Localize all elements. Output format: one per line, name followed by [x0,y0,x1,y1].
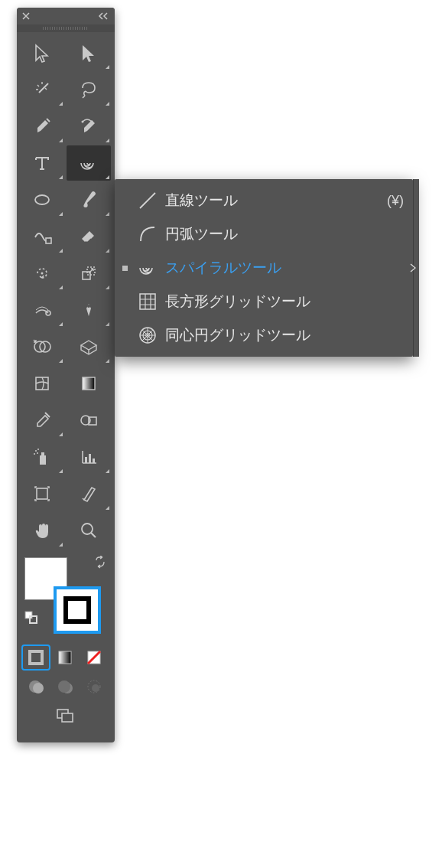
flyout-indicator-icon [59,249,63,253]
shaper-tool[interactable] [20,219,64,254]
symbol-sprayer-tool[interactable] [20,439,64,475]
gradient-tool[interactable] [67,366,111,401]
submenu-arrow-icon [410,259,416,276]
scale-tool[interactable] [67,256,111,291]
flyout-indicator-icon [59,175,63,179]
svg-point-7 [33,683,44,693]
tools-panel [17,8,115,742]
tools-grid [17,32,115,551]
draw-normal[interactable] [23,675,49,698]
flyout-indicator-icon [106,469,109,473]
arc-icon [135,224,161,245]
color-mode-gradient[interactable] [52,646,78,669]
flyout-indicator-icon [106,249,109,253]
line-tool-flyout: 直線ツール(¥)円弧ツールスパイラルツール長方形グリッドツール同心円グリッドツー… [115,179,413,357]
flyout-indicator-icon [106,212,109,216]
close-icon[interactable] [21,11,31,21]
line-segment-tool[interactable] [67,145,111,181]
flyout-item-label: 直線ツール [165,191,387,210]
direct-selection-tool[interactable] [67,35,111,70]
flyout-indicator-icon [106,506,109,510]
flyout-item-spiral[interactable]: スパイラルツール [115,251,413,285]
selection-tool[interactable] [20,35,64,70]
curvature-pen-tool[interactable] [67,109,111,144]
eraser-tool[interactable] [67,219,111,254]
panel-grip[interactable] [17,24,115,32]
slice-tool[interactable] [67,476,111,511]
magic-wand-tool[interactable] [20,72,64,107]
draw-behind[interactable] [52,675,78,698]
flyout-item-line[interactable]: 直線ツール(¥) [115,184,413,217]
flyout-indicator-icon [59,432,63,436]
flyout-item-label: 同心円グリッドツール [165,325,404,345]
free-transform-tool[interactable] [67,292,111,328]
spiral-icon [135,257,161,279]
draw-inside[interactable] [81,675,107,698]
mesh-tool[interactable] [20,366,64,401]
selected-indicator-icon [119,266,130,271]
flyout-indicator-icon [59,212,63,216]
width-tool[interactable] [20,292,64,328]
flyout-item-shortcut: (¥) [387,193,404,209]
artboard-tool[interactable] [20,476,64,511]
flyout-indicator-icon [106,175,109,179]
flyout-item-polar-grid[interactable]: 同心円グリッドツール [115,318,413,352]
collapse-icon[interactable] [98,11,110,21]
svg-rect-3 [59,651,71,664]
flyout-indicator-icon [59,543,63,547]
flyout-indicator-icon [106,322,109,326]
pen-tool[interactable] [20,109,64,144]
flyout-item-label: スパイラルツール [165,258,404,278]
flyout-indicator-icon [106,139,109,142]
flyout-indicator-icon [59,139,63,142]
paintbrush-tool[interactable] [67,182,111,217]
panel-titlebar[interactable] [17,8,115,24]
draw-mode-row [17,672,115,701]
polar-grid-icon [135,325,161,346]
flyout-indicator-icon [59,102,63,106]
lasso-tool[interactable] [67,72,111,107]
rotate-tool[interactable] [20,256,64,291]
edit-toolbar-button[interactable] [17,727,115,736]
flyout-indicator-icon [106,286,109,289]
rect-grid-icon [135,291,161,312]
flyout-item-rect-grid[interactable]: 長方形グリッドツール [115,285,413,318]
flyout-indicator-icon [59,286,63,289]
blend-tool[interactable] [67,403,111,438]
zoom-tool[interactable] [67,513,111,548]
ellipse-tool[interactable] [20,182,64,217]
svg-rect-0 [25,612,32,618]
column-graph-tool[interactable] [67,439,111,475]
flyout-indicator-icon [106,65,109,69]
default-fill-stroke-icon[interactable] [24,611,38,628]
type-tool[interactable] [20,145,64,181]
flyout-indicator-icon [59,359,63,363]
flyout-item-label: 円弧ツール [165,224,404,244]
shape-builder-tool[interactable] [20,329,64,364]
svg-rect-2 [30,651,42,664]
color-mode-none[interactable] [81,646,107,669]
color-section [17,551,115,643]
svg-rect-13 [62,713,73,722]
flyout-indicator-icon [106,359,109,363]
svg-point-11 [92,684,99,692]
perspective-grid-tool[interactable] [67,329,111,364]
color-mode-row [17,643,115,672]
color-mode-solid[interactable] [23,646,49,669]
flyout-indicator-icon [59,322,63,326]
flyout-item-label: 長方形グリッドツール [165,292,404,312]
eyedropper-tool[interactable] [20,403,64,438]
stroke-swatch[interactable] [54,586,101,634]
screen-mode-button[interactable] [17,701,115,727]
swap-fill-stroke-icon[interactable] [93,556,107,573]
hand-tool[interactable] [20,513,64,548]
flyout-item-arc[interactable]: 円弧ツール [115,217,413,251]
flyout-indicator-icon [106,102,109,106]
svg-point-9 [58,680,70,693]
line-icon [135,190,161,211]
flyout-indicator-icon [59,469,63,473]
